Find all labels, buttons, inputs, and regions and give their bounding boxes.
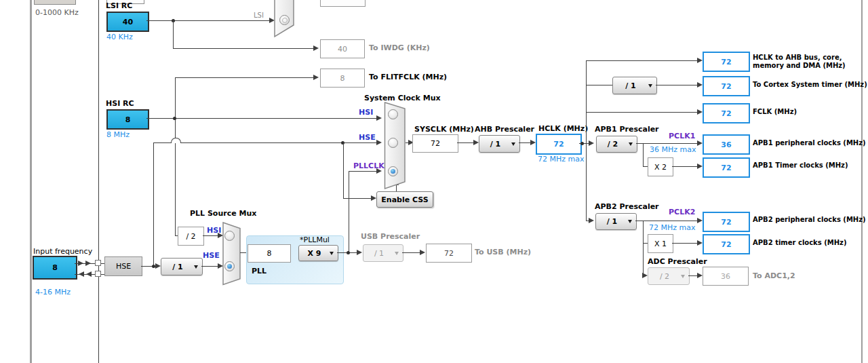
connector-line <box>643 243 648 244</box>
pclk1-label: PCLK1 <box>669 132 695 140</box>
radio-sysmux-pllclk[interactable] <box>388 166 398 176</box>
fclk-value: 72 <box>721 109 731 118</box>
adc-prescaler-label: ADC Prescaler <box>648 257 707 266</box>
usb-prescaler-dropdown: / 1 <box>363 244 403 262</box>
ahb-bus-value: 72 <box>721 58 731 66</box>
ahb-prescaler-label: AHB Prescaler <box>475 125 534 134</box>
pll-source-mux-title: PLL Source Mux <box>190 209 256 218</box>
arrowhead <box>357 250 362 255</box>
sysclk-value-box: 72 <box>412 134 458 153</box>
radio-pllmux-hse[interactable] <box>224 261 235 271</box>
pclk2-label: PCLK2 <box>669 208 695 216</box>
pll-source-value-box: 8 <box>248 244 291 263</box>
to-iwdg-box: 40 <box>320 39 365 58</box>
dropdown-caret-icon <box>628 220 632 223</box>
arrowhead <box>697 240 703 246</box>
arrowhead <box>85 261 91 266</box>
arrowhead <box>78 261 83 266</box>
partial-box-above-mux <box>320 0 366 7</box>
adc-prescaler-dropdown: / 2 <box>648 267 690 285</box>
apb2-prescaler-value: / 1 <box>596 217 628 226</box>
ahb-bus-label-line1: HCLK to AHB bus, core, <box>753 54 842 61</box>
junction-dot <box>580 142 584 145</box>
arrowhead <box>697 82 703 88</box>
connection-handle[interactable] <box>95 271 101 277</box>
fclk-label: FCLK (MHz) <box>753 108 797 115</box>
ahb-prescaler-dropdown[interactable]: / 1 <box>479 135 520 153</box>
apb1-prescaler-value: / 2 <box>597 140 629 149</box>
input-frequency-title: Input frequency <box>33 247 92 256</box>
pll-title: PLL <box>252 267 267 275</box>
cortex-timer-value-box: 72 <box>703 76 750 96</box>
dropdown-caret-icon <box>330 252 334 255</box>
enable-css-button[interactable]: Enable CSS <box>376 191 433 208</box>
connector-line <box>175 143 176 235</box>
dropdown-caret-icon <box>629 142 633 146</box>
connector-line <box>175 77 313 78</box>
hclk-value-box: 72 <box>536 134 582 155</box>
connector-line <box>343 142 344 198</box>
hse-osc-label: HSE <box>116 262 131 271</box>
pllmul-dropdown[interactable]: X 9 <box>298 245 338 261</box>
apb1-periph-label: APB1 peripheral clocks (MHz) <box>753 139 866 147</box>
arrowhead <box>697 164 703 169</box>
input-frequency-box[interactable]: 8 <box>33 256 77 280</box>
to-flitf-value: 8 <box>340 74 345 83</box>
radio-ring <box>282 18 288 23</box>
connector-line <box>643 143 644 166</box>
to-flitf-label: To FLITFCLK (MHz) <box>369 73 447 81</box>
connector-line <box>643 221 644 275</box>
connector-line <box>201 266 218 267</box>
panel-left-border <box>30 0 32 363</box>
apb2-max-label: 72 MHz max <box>649 223 696 232</box>
apb1-timer-value-box: 72 <box>703 157 750 178</box>
adc-label: To ADC1,2 <box>753 271 795 280</box>
connector-line <box>402 252 420 253</box>
apb1-prescaler-dropdown[interactable]: / 2 <box>596 136 637 153</box>
adc-prescaler-value: / 2 <box>648 272 681 281</box>
dropdown-caret-icon <box>194 265 198 269</box>
hse-prescaler-dropdown[interactable]: / 1 <box>161 258 203 275</box>
hsi-rc-value-box: 8 <box>106 109 149 130</box>
arrowhead <box>642 273 648 278</box>
cortex-prescaler-value: / 1 <box>613 81 648 90</box>
to-iwdg-value: 40 <box>338 45 347 54</box>
clock-configuration-canvas: 0-1000 KHz LSI RC 40 40 KHz LSI 40 To IW… <box>0 0 868 363</box>
apb2-prescaler-dropdown[interactable]: / 1 <box>595 213 637 230</box>
usb-label: To USB (MHz) <box>475 248 531 256</box>
pll-source-mux-shape <box>222 221 241 286</box>
arrowhead <box>589 140 594 146</box>
radio-sysmux-hse[interactable] <box>388 138 398 148</box>
to-flitf-box: 8 <box>320 69 365 88</box>
sysclk-label: SYSCLK (MHz) <box>414 125 474 134</box>
lse-vertical-line <box>98 0 99 363</box>
apb1-prescaler-label: APB1 Prescaler <box>595 125 659 134</box>
apb2-timer-label: APB2 timer clocks (MHz) <box>753 239 846 246</box>
radio-rtc-mux-lsi[interactable] <box>279 15 290 25</box>
arrowhead <box>697 140 703 146</box>
apb1-timer-label: APB1 Timer clocks (MHz) <box>753 161 848 169</box>
hclk-max-label: 72 MHz max <box>538 155 585 164</box>
connection-handle[interactable] <box>95 260 101 266</box>
pll-hsi-div2-box: / 2 <box>178 227 204 246</box>
radio-selected-dot <box>391 169 395 174</box>
sysmux-hsi-label: HSI <box>359 108 373 117</box>
connector-line <box>349 171 376 172</box>
arrowhead <box>697 109 703 115</box>
hsi-freq-label: 8 MHz <box>106 130 130 139</box>
radio-sysmux-hsi[interactable] <box>388 109 398 119</box>
cortex-prescaler-dropdown[interactable]: / 1 <box>612 77 657 94</box>
connector-line <box>146 118 376 119</box>
radio-pllmux-hsi[interactable] <box>224 231 235 241</box>
usb-prescaler-value: / 1 <box>363 249 395 258</box>
fclk-value-box: 72 <box>703 103 750 123</box>
connector-line <box>173 48 313 49</box>
lse-range-label: 0-1000 KHz <box>35 8 79 17</box>
apb1-periph-value: 36 <box>721 140 731 149</box>
pll-mux-hse-label: HSE <box>203 251 220 260</box>
pllmul-label: *PLLMul <box>300 235 330 244</box>
apb2-periph-value: 72 <box>721 218 731 227</box>
arrowhead <box>313 75 319 80</box>
connector-line <box>153 142 171 143</box>
input-frequency-range: 4-16 MHz <box>35 288 71 297</box>
